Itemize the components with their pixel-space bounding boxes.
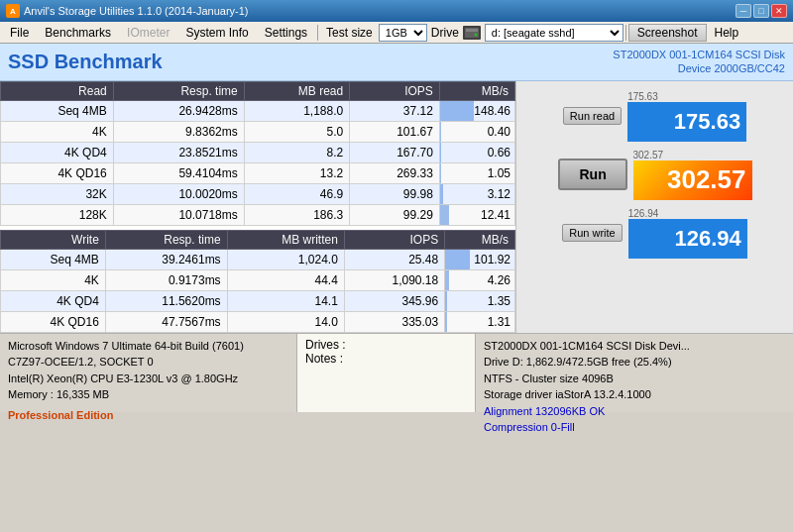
read-mbs: 0.66 (439, 142, 514, 162)
write-resp-time: 0.9173ms (105, 269, 227, 290)
write-mb: 14.0 (227, 311, 344, 332)
read-mbs: 3.12 (439, 183, 514, 204)
table-row: 32K 10.0020ms 46.9 99.98 3.12 (1, 183, 515, 204)
read-iops: 99.98 (350, 183, 440, 204)
menu-iometer[interactable]: IOmeter (119, 24, 177, 42)
read-header-resp: Resp. time (113, 81, 244, 100)
read-row-label: 128K (1, 204, 114, 225)
read-resp-time: 23.8521ms (113, 142, 244, 162)
title-bar: A Anvil's Storage Utilities 1.1.0 (2014-… (0, 0, 793, 22)
status-disk-model: ST2000DX 001-1CM164 SCSI Disk Devi... (484, 338, 785, 355)
menu-benchmarks[interactable]: Benchmarks (37, 24, 119, 42)
table-row: 4K QD4 11.5620ms 14.1 345.96 1.35 (1, 290, 515, 311)
read-header-mb: MB read (244, 81, 349, 100)
status-right: ST2000DX 001-1CM164 SCSI Disk Devi... Dr… (476, 334, 793, 412)
status-drives: Drives : (305, 338, 467, 352)
write-mb: 1,024.0 (227, 249, 344, 269)
write-mbs: 1.35 (445, 290, 515, 311)
read-score-row: Run read 175.63 175.63 (526, 91, 783, 142)
read-row-label: 4K (1, 121, 114, 142)
svg-rect-1 (466, 29, 478, 32)
menu-file[interactable]: File (2, 24, 37, 42)
read-mbs: 12.41 (439, 204, 514, 225)
ssd-title: SSD Benchmark (8, 51, 163, 73)
total-score-label: 302.57 (633, 150, 664, 160)
total-score-box: 302.57 (633, 160, 752, 200)
menu-bar: File Benchmarks IOmeter System Info Sett… (0, 22, 793, 44)
read-mb: 1,188.0 (244, 100, 349, 121)
run-write-button[interactable]: Run write (562, 224, 622, 242)
status-os: Microsoft Windows 7 Ultimate 64-bit Buil… (8, 338, 288, 355)
read-row-label: Seq 4MB (1, 100, 114, 121)
status-alignment: Alignment 132096KB OK (484, 403, 785, 420)
test-size-label: Test size (322, 26, 377, 40)
screenshot-button[interactable]: Screenshot (628, 24, 707, 42)
read-mb: 8.2 (244, 142, 349, 162)
table-row: 4K QD4 23.8521ms 8.2 167.70 0.66 (1, 142, 515, 162)
status-notes: Notes : (305, 352, 467, 366)
status-compression: Compression 0-Fill (484, 419, 785, 436)
write-resp-time: 39.2461ms (105, 249, 227, 269)
drive-select[interactable]: d: [seagate sshd] (485, 24, 623, 42)
read-resp-time: 10.0020ms (113, 183, 244, 204)
read-mbs: 0.40 (439, 121, 514, 142)
read-mbs: 148.46 (439, 100, 514, 121)
read-mb: 46.9 (244, 183, 349, 204)
status-middle: Drives : Notes : (297, 334, 476, 412)
read-iops: 37.12 (350, 100, 440, 121)
title-bar-left: A Anvil's Storage Utilities 1.1.0 (2014-… (6, 4, 248, 18)
write-score-box: 126.94 (628, 219, 747, 259)
read-header-mbs: MB/s (439, 81, 514, 100)
write-row-label: Seq 4MB (1, 249, 106, 269)
table-row: Seq 4MB 39.2461ms 1,024.0 25.48 101.92 (1, 249, 515, 269)
status-left: Microsoft Windows 7 Ultimate 64-bit Buil… (0, 334, 297, 412)
write-mbs: 4.26 (445, 269, 515, 290)
table-row: 128K 10.0718ms 186.3 99.29 12.41 (1, 204, 515, 225)
table-row: 4K 0.9173ms 44.4 1,090.18 4.26 (1, 269, 515, 290)
write-row-label: 4K QD4 (1, 290, 106, 311)
menu-separator-2 (625, 25, 626, 41)
read-row-label: 4K QD4 (1, 142, 114, 162)
test-size-select[interactable]: 1GB (379, 24, 427, 42)
title-bar-text: Anvil's Storage Utilities 1.1.0 (2014-Ja… (24, 5, 248, 17)
write-row-label: 4K QD16 (1, 311, 106, 332)
minimize-button[interactable]: ─ (736, 4, 751, 18)
read-row-label: 32K (1, 183, 114, 204)
read-resp-time: 9.8362ms (113, 121, 244, 142)
menu-help[interactable]: Help (707, 24, 747, 42)
write-score-row: Run write 126.94 126.94 (526, 208, 783, 259)
write-iops: 25.48 (344, 249, 444, 269)
write-header-mb: MB written (227, 230, 344, 249)
maximize-button[interactable]: □ (753, 4, 769, 18)
table-row: Seq 4MB 26.9428ms 1,188.0 37.12 148.46 (1, 100, 515, 121)
read-score-label: 175.63 (627, 91, 658, 102)
status-cpu1: C7Z97-OCEE/1.2, SOCKET 0 (8, 354, 288, 371)
table-row: 4K 9.8362ms 5.0 101.67 0.40 (1, 121, 515, 142)
write-header-iops: IOPS (344, 230, 444, 249)
drive-icon (463, 26, 481, 40)
menu-sysinfo[interactable]: System Info (177, 24, 256, 42)
run-button[interactable]: Run (558, 159, 627, 190)
read-mb: 5.0 (244, 121, 349, 142)
menu-separator-1 (317, 25, 318, 41)
read-iops: 269.33 (350, 162, 440, 183)
drive-group: Drive d: [seagate sshd] (431, 24, 623, 42)
write-iops: 335.03 (344, 311, 444, 332)
professional-edition: Professional Edition (8, 407, 288, 424)
write-mbs: 1.31 (445, 311, 515, 332)
write-resp-time: 47.7567ms (105, 311, 227, 332)
disk-info-line2: Device 2000GB/CC42 (613, 61, 785, 75)
write-row-label: 4K (1, 269, 106, 290)
table-row: 4K QD16 59.4104ms 13.2 269.33 1.05 (1, 162, 515, 183)
run-read-button[interactable]: Run read (563, 107, 622, 125)
close-button[interactable]: ✕ (771, 4, 787, 18)
read-score-value: 175.63 (674, 109, 740, 135)
read-iops: 99.29 (350, 204, 440, 225)
write-iops: 345.96 (344, 290, 444, 311)
status-bar: Microsoft Windows 7 Ultimate 64-bit Buil… (0, 333, 793, 412)
menu-settings[interactable]: Settings (257, 24, 315, 42)
read-mbs: 1.05 (439, 162, 514, 183)
read-resp-time: 10.0718ms (113, 204, 244, 225)
read-score-box: 175.63 (627, 102, 746, 142)
write-resp-time: 11.5620ms (105, 290, 227, 311)
